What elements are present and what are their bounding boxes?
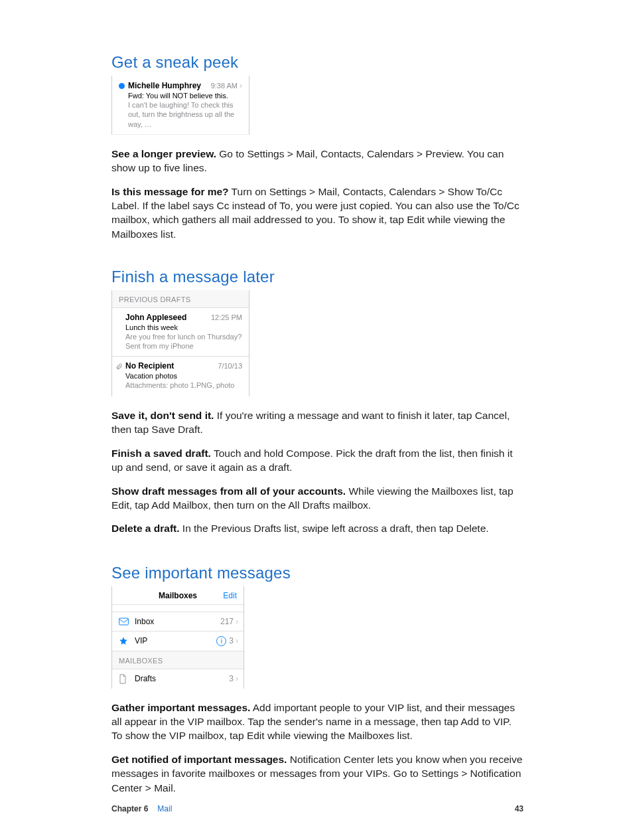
bold-lead: Delete a draft. <box>111 523 180 534</box>
chevron-right-icon: › <box>240 81 242 90</box>
footer-page-number: 43 <box>515 804 524 813</box>
mailbox-count: 3 <box>229 674 234 683</box>
preview-time: 9:38 AM <box>211 82 238 90</box>
heading-see-important: See important messages <box>111 564 524 582</box>
draft-subject: Lunch this week <box>125 323 242 331</box>
mail-preview-card: Michelle Humphrey 9:38 AM › Fwd: You wil… <box>111 76 249 135</box>
para-rest: In the Previous Drafts list, swipe left … <box>180 523 489 534</box>
mailboxes-section-header: MAILBOXES <box>112 651 244 669</box>
edit-button[interactable]: Edit <box>197 591 237 600</box>
para-gather-important: Gather important messages. Add important… <box>111 701 524 743</box>
heading-sneak-peek: Get a sneak peek <box>111 53 524 72</box>
chevron-right-icon: › <box>236 674 238 683</box>
previous-drafts-card: PREVIOUS DRAFTS John Appleseed 12:25 PM … <box>111 290 249 396</box>
drafts-group-header: PREVIOUS DRAFTS <box>112 290 249 308</box>
svg-rect-0 <box>119 618 129 625</box>
bold-lead: See a longer preview. <box>111 148 216 159</box>
mailbox-count: 3 <box>229 636 234 645</box>
page-footer: Chapter 6 Mail 43 <box>111 804 524 813</box>
blank-row <box>112 605 244 612</box>
mailbox-label: Inbox <box>135 617 220 626</box>
mailbox-count: 217 <box>220 617 234 626</box>
para-is-this-for-me: Is this message for me? Turn on Settings… <box>111 185 524 242</box>
draft-from: John Appleseed <box>125 313 211 322</box>
mailboxes-title: Mailboxes <box>159 591 197 600</box>
chevron-right-icon: › <box>236 636 238 645</box>
bold-lead: Finish a saved draft. <box>111 448 211 459</box>
para-see-longer-preview: See a longer preview. Go to Settings > M… <box>111 147 524 175</box>
mailbox-label: VIP <box>135 636 216 645</box>
draft-time: 7/10/13 <box>218 362 242 370</box>
para-finish-saved-draft: Finish a saved draft. Touch and hold Com… <box>111 446 524 475</box>
heading-finish-later: Finish a message later <box>111 268 524 286</box>
para-delete-draft: Delete a draft. In the Previous Drafts l… <box>111 521 524 535</box>
bold-lead: Show draft messages from all of your acc… <box>111 485 346 497</box>
draft-from: No Recipient <box>125 361 218 371</box>
draft-preview: Attachments: photo 1.PNG, photo <box>125 380 242 390</box>
draft-preview: Are you free for lunch on Thursday? Sent… <box>125 332 242 351</box>
footer-chapter: Chapter 6 <box>111 804 148 813</box>
bold-lead: Gather important messages. <box>111 702 250 713</box>
unread-dot-icon <box>119 83 125 89</box>
mailbox-row-inbox[interactable]: Inbox 217 › <box>112 612 244 631</box>
chevron-right-icon: › <box>236 617 238 626</box>
inbox-icon <box>119 618 131 626</box>
para-save-dont-send: Save it, don't send it. If you're writin… <box>111 408 524 437</box>
mailbox-label: Drafts <box>135 674 229 683</box>
mailbox-row-drafts[interactable]: Drafts 3 › <box>112 669 244 689</box>
para-show-draft-all-accounts: Show draft messages from all of your acc… <box>111 484 524 513</box>
mailboxes-card: Mailboxes Edit Inbox 217 › VIP i 3 › <box>111 586 244 689</box>
footer-chapter-title: Mail <box>157 804 172 813</box>
para-get-notified: Get notified of important messages. Noti… <box>111 752 524 795</box>
preview-body: I can't be laughing! To check this out, … <box>128 100 242 129</box>
preview-subject: Fwd: You will NOT believe this. <box>128 92 242 100</box>
paperclip-icon <box>115 363 123 371</box>
draft-time: 12:25 PM <box>211 313 242 321</box>
info-icon[interactable]: i <box>216 636 226 646</box>
star-icon <box>119 636 131 645</box>
draft-cell[interactable]: John Appleseed 12:25 PM Lunch this week … <box>112 308 249 357</box>
bold-lead: Save it, don't send it. <box>111 410 214 421</box>
preview-sender: Michelle Humphrey <box>128 81 211 90</box>
drafts-icon <box>119 674 131 684</box>
bold-lead: Is this message for me? <box>111 186 229 197</box>
draft-cell[interactable]: No Recipient 7/10/13 Vacation photos Att… <box>112 357 249 396</box>
draft-subject: Vacation photos <box>125 372 242 380</box>
bold-lead: Get notified of important messages. <box>111 754 287 765</box>
mailbox-row-vip[interactable]: VIP i 3 › <box>112 631 244 651</box>
